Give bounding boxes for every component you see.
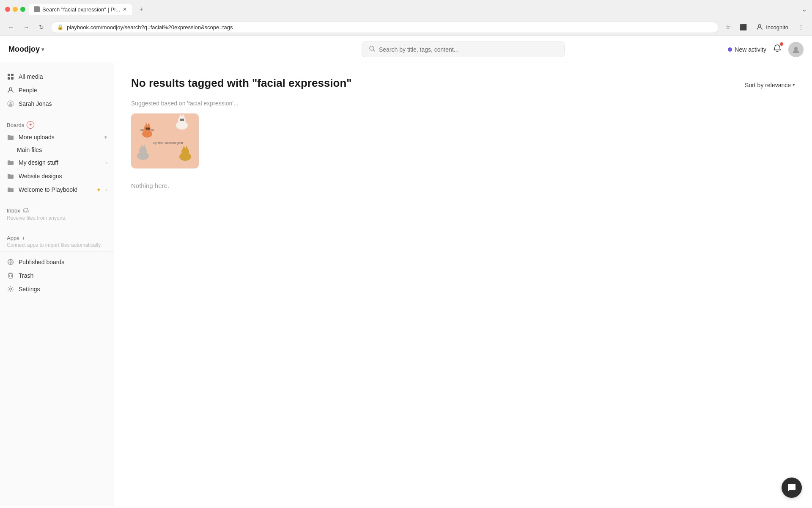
- settings-label: Settings: [19, 286, 107, 293]
- sidebar-item-people[interactable]: People: [0, 83, 114, 97]
- chat-button[interactable]: [782, 478, 802, 498]
- minimize-window-button[interactable]: [13, 7, 18, 12]
- svg-point-5: [9, 88, 12, 90]
- published-boards-label: Published boards: [19, 259, 107, 265]
- boards-section-header: Boards +: [0, 118, 114, 130]
- app-container: Moodjoy ▾ All media People: [0, 36, 812, 506]
- address-bar[interactable]: 🔒 playbook.com/moodjoy/search?q=facial%2…: [51, 22, 719, 33]
- boards-label: Boards: [7, 122, 24, 128]
- sidebar-item-all-media[interactable]: All media: [0, 70, 114, 83]
- my-design-stuff-label: My design stuff: [19, 159, 101, 166]
- main-content: No results tagged with "facial expressio…: [114, 63, 812, 506]
- new-activity-label: New activity: [735, 46, 766, 53]
- sidebar-divider-1: [7, 114, 107, 114]
- folder-icon-3: [7, 172, 14, 180]
- nothing-here-text: Nothing here.: [131, 182, 795, 189]
- lock-icon: 🔒: [57, 24, 63, 30]
- page-title: No results tagged with "facial expressio…: [131, 77, 352, 90]
- trash-label: Trash: [19, 272, 107, 279]
- notifications-button[interactable]: [773, 44, 782, 55]
- forward-button[interactable]: →: [20, 21, 32, 33]
- incognito-badge: Incognito: [752, 22, 792, 33]
- browser-tab[interactable]: Search "facial expression" | Pl... ✕: [29, 4, 132, 15]
- sidebar-divider-3: [7, 228, 107, 228]
- sidebar-item-sarah-jonas[interactable]: Sarah Jonas: [0, 97, 114, 110]
- svg-rect-3: [8, 77, 10, 80]
- people-icon: [7, 86, 14, 94]
- sidebar-bottom: Published boards Trash Settings: [0, 251, 114, 296]
- apps-section: Apps + Connect apps to import files auto…: [0, 232, 114, 251]
- browser-menu-icon[interactable]: ⋮: [795, 21, 807, 33]
- sidebar-item-main-files[interactable]: Main files: [0, 144, 114, 156]
- logo-chevron-icon: ▾: [41, 47, 44, 52]
- new-tab-button[interactable]: +: [135, 3, 147, 15]
- svg-point-7: [10, 102, 12, 104]
- svg-point-34: [181, 148, 189, 155]
- maximize-window-button[interactable]: [20, 7, 25, 12]
- svg-point-9: [10, 288, 12, 290]
- trash-icon: [7, 272, 14, 279]
- result-card[interactable]: My first Facebook post: [131, 113, 199, 168]
- browser-collapse-button[interactable]: ⌄: [802, 6, 807, 13]
- sort-chevron-icon: ▾: [793, 82, 795, 88]
- user-avatar[interactable]: [788, 42, 804, 57]
- folder-icon-2: [7, 159, 14, 166]
- sarah-jonas-label: Sarah Jonas: [19, 100, 107, 107]
- activity-dot: [728, 47, 732, 52]
- add-app-button[interactable]: +: [22, 235, 25, 241]
- browser-chrome: Search "facial expression" | Pl... ✕ + ⌄…: [0, 0, 812, 36]
- header-search: [362, 41, 565, 57]
- extension-icon[interactable]: ⬛: [737, 21, 749, 33]
- settings-icon: [7, 285, 14, 293]
- more-uploads-label: More uploads: [19, 134, 100, 141]
- svg-point-11: [794, 47, 798, 50]
- apps-label-text: Apps: [7, 235, 19, 241]
- sidebar-item-settings[interactable]: Settings: [0, 282, 114, 296]
- suggestion-text: Suggested based on 'facial expression'..…: [131, 100, 795, 107]
- star-icon: ✦: [96, 187, 101, 193]
- close-window-button[interactable]: [5, 7, 10, 12]
- my-design-stuff-chevron-icon: ›: [105, 160, 107, 165]
- new-activity-button[interactable]: New activity: [728, 46, 766, 53]
- logo-text: Moodjoy: [8, 45, 40, 54]
- back-button[interactable]: ←: [5, 21, 17, 33]
- incognito-label: Incognito: [766, 24, 788, 30]
- inbox-sublabel: Receive files from anyone.: [7, 214, 107, 221]
- svg-text:My first Facebook post: My first Facebook post: [153, 141, 183, 145]
- welcome-chevron-icon: ›: [105, 187, 107, 192]
- svg-point-30: [139, 147, 147, 155]
- main-files-label: Main files: [17, 146, 42, 153]
- people-label: People: [19, 87, 107, 94]
- sidebar-item-trash[interactable]: Trash: [0, 269, 114, 282]
- sort-label: Sort by relevance: [745, 82, 791, 88]
- inbox-icon: [23, 207, 29, 214]
- inbox-section: Inbox Receive files from anyone.: [0, 204, 114, 224]
- tab-close-button[interactable]: ✕: [123, 6, 127, 12]
- more-uploads-chevron-icon: ▾: [104, 135, 107, 140]
- url-text: playbook.com/moodjoy/search?q=facial%20e…: [67, 24, 712, 30]
- svg-rect-1: [8, 74, 10, 76]
- all-media-label: All media: [19, 73, 107, 80]
- search-icon: [369, 45, 376, 53]
- bookmark-icon[interactable]: ☆: [722, 21, 734, 33]
- user-circle-icon: [7, 100, 14, 108]
- notification-badge: [780, 42, 783, 46]
- add-board-button[interactable]: +: [27, 121, 34, 129]
- sidebar-item-published-boards[interactable]: Published boards: [0, 255, 114, 269]
- refresh-button[interactable]: ↻: [36, 21, 47, 33]
- sidebar-item-more-uploads[interactable]: More uploads ▾: [0, 130, 114, 144]
- app-header: New activity: [114, 36, 812, 63]
- search-input[interactable]: [379, 46, 557, 53]
- svg-rect-12: [131, 113, 199, 168]
- sidebar-item-welcome[interactable]: Welcome to Playbook! ✦ ›: [0, 183, 114, 196]
- folder-icon: [7, 133, 14, 141]
- tab-title: Search "facial expression" | Pl...: [42, 6, 120, 13]
- sidebar-item-my-design-stuff[interactable]: My design stuff ›: [0, 156, 114, 169]
- sidebar-item-website-designs[interactable]: Website designs: [0, 169, 114, 183]
- inbox-label-text: Inbox: [7, 207, 20, 214]
- svg-point-27: [180, 119, 182, 121]
- tab-favicon: [34, 6, 40, 12]
- sort-dropdown[interactable]: Sort by relevance ▾: [745, 82, 795, 88]
- app-logo[interactable]: Moodjoy ▾: [8, 45, 44, 54]
- sidebar: All media People Sarah Jonas Boards +: [0, 63, 114, 303]
